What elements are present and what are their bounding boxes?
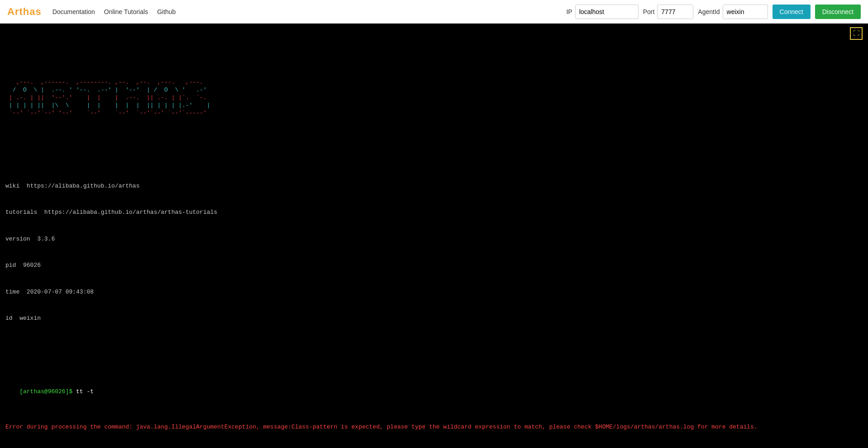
- header: Arthas Documentation Online Tutorials Gi…: [0, 0, 868, 24]
- ip-label: IP: [566, 8, 572, 15]
- agentid-input[interactable]: [723, 5, 768, 19]
- cmd-tt-t: [arthas@96026]$ tt -t: [5, 379, 863, 405]
- wiki-key: wiki: [5, 183, 19, 189]
- agentid-label: AgentId: [698, 8, 720, 15]
- agentid-field-group: AgentId: [698, 5, 768, 19]
- logo: Arthas: [7, 6, 42, 18]
- version-val: 3.3.6: [37, 236, 55, 242]
- ip-input[interactable]: [575, 5, 639, 19]
- tutorials-key: tutorials: [5, 209, 37, 216]
- port-field-group: Port: [643, 5, 694, 19]
- terminal[interactable]: ⛶ ,---. ,------. ,--------. ,--. ,--. ,-…: [0, 24, 868, 448]
- fullscreen-button[interactable]: ⛶: [850, 27, 863, 40]
- pid-val: 96026: [23, 262, 41, 269]
- wiki-val: https://alibaba.github.io/arthas: [27, 183, 140, 189]
- cmd-1: tt -t: [76, 388, 94, 395]
- info-table: wiki https://alibaba.github.io/arthas tu…: [5, 164, 863, 341]
- logo-text: Arthas: [7, 6, 42, 17]
- cmd-tt-t-error: Error during processing the command: jav…: [5, 423, 863, 432]
- time-key: time: [5, 289, 19, 295]
- id-key: id: [5, 315, 13, 322]
- version-key: version: [5, 236, 30, 242]
- disconnect-button[interactable]: Disconnect: [815, 5, 861, 19]
- port-input[interactable]: [657, 5, 693, 19]
- pid-key: pid: [5, 262, 16, 269]
- nav-github[interactable]: Github: [157, 8, 176, 15]
- nav-online-tutorials[interactable]: Online Tutorials: [104, 8, 148, 15]
- tutorials-val: https://alibaba.github.io/arthas/arthas-…: [44, 209, 217, 216]
- connect-button[interactable]: Connect: [773, 5, 811, 19]
- connection-fields: IP Port AgentId Connect Disconnect: [566, 5, 861, 19]
- ip-field-group: IP: [566, 5, 638, 19]
- fullscreen-icon: ⛶: [853, 29, 859, 39]
- nav-documentation[interactable]: Documentation: [52, 8, 95, 15]
- port-label: Port: [643, 8, 655, 15]
- prompt-1: [arthas@96026]$: [19, 388, 76, 395]
- nav-links: Documentation Online Tutorials Github: [52, 8, 176, 15]
- id-val: weixin: [19, 315, 41, 322]
- time-val: 2020-07-07 09:43:08: [27, 289, 94, 295]
- ascii-logo: ,---. ,------. ,--------. ,--. ,--. ,---…: [5, 72, 863, 125]
